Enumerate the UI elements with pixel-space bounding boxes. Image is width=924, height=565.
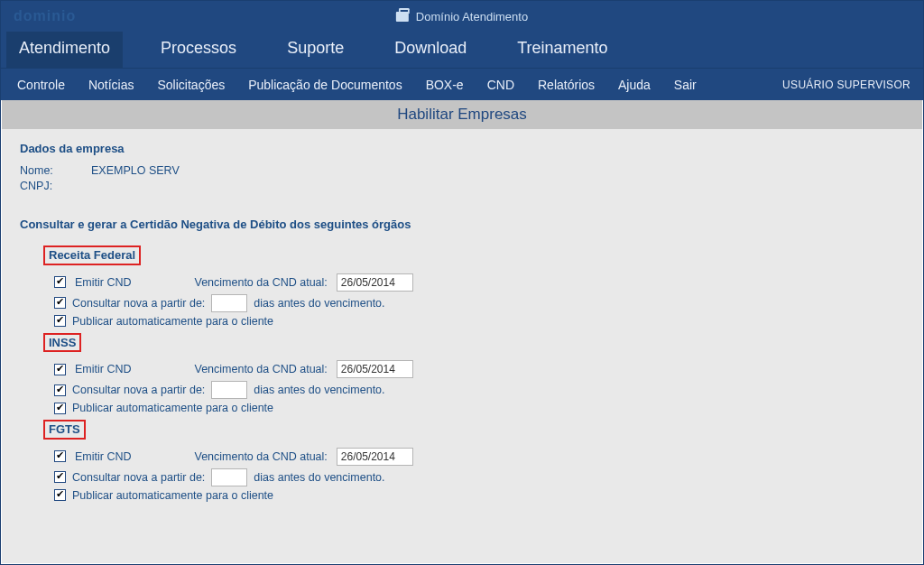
menu-bar: Controle Notícias Solicitações Publicaçã…	[1, 68, 923, 100]
fgts-publish-row: Publicar automaticamente para o cliente	[54, 489, 904, 502]
inss-emit-label: Emitir CND	[75, 363, 132, 375]
tab-treinamento[interactable]: Treinamento	[504, 32, 620, 68]
inss-venc-input[interactable]	[337, 360, 413, 378]
menu-controle[interactable]: Controle	[17, 78, 65, 92]
fgts-consult-checkbox[interactable]	[54, 471, 66, 483]
inss-consult-prefix: Consultar nova a partir de:	[72, 384, 205, 396]
fgts-consult-suffix: dias antes do vencimento.	[254, 471, 384, 484]
receita-emit-checkbox[interactable]	[54, 276, 66, 288]
fgts-publish-checkbox[interactable]	[54, 489, 66, 501]
window-title: Domínio Atendimento	[416, 10, 528, 23]
fgts-venc-label: Vencimento da CND atual:	[195, 450, 328, 463]
content-area: Dados da empresa Nome: EXEMPLO SERV CNPJ…	[2, 129, 922, 563]
org-block-fgts: FGTS Emitir CND Vencimento da CND atual:…	[43, 420, 904, 502]
tab-processos[interactable]: Processos	[148, 32, 249, 68]
receita-consult-row: Consultar nova a partir de: dias antes d…	[54, 294, 904, 312]
title-bar-center: Domínio Atendimento	[396, 10, 528, 23]
receita-venc-input[interactable]	[337, 273, 413, 292]
receita-publish-row: Publicar automaticamente para o cliente	[54, 315, 904, 328]
company-cnpj-label: CNPJ:	[20, 180, 69, 192]
fgts-emit-label: Emitir CND	[75, 450, 132, 463]
menu-noticias[interactable]: Notícias	[88, 78, 134, 92]
tab-download[interactable]: Download	[382, 32, 479, 68]
org-title-inss: INSS	[43, 333, 81, 353]
current-user-label: USUÁRIO SUPERVISOR	[782, 79, 910, 91]
menu-sair[interactable]: Sair	[674, 78, 697, 92]
fgts-emit-checkbox[interactable]	[54, 450, 66, 462]
inss-venc-label: Vencimento da CND atual:	[195, 363, 328, 375]
receita-days-input[interactable]	[211, 294, 247, 312]
receita-publish-label: Publicar automaticamente para o cliente	[72, 315, 273, 328]
receita-emit-row: Emitir CND Vencimento da CND atual:	[54, 273, 904, 292]
fgts-emit-row: Emitir CND Vencimento da CND atual:	[54, 448, 904, 466]
receita-consult-prefix: Consultar nova a partir de:	[72, 297, 205, 310]
menu-cnd[interactable]: CND	[487, 78, 514, 92]
menu-boxe[interactable]: BOX-e	[426, 78, 464, 92]
receita-consult-checkbox[interactable]	[54, 297, 66, 309]
menu-relatorios[interactable]: Relatórios	[538, 78, 595, 92]
org-title-fgts: FGTS	[43, 420, 86, 440]
company-name-row: Nome: EXEMPLO SERV	[20, 164, 904, 177]
instruction-text: Consultar e gerar a Certidão Negativa de…	[20, 218, 904, 231]
inss-emit-checkbox[interactable]	[54, 364, 66, 375]
primary-tabs: Atendimento Processos Suporte Download T…	[1, 32, 923, 68]
menu-bar-left: Controle Notícias Solicitações Publicaçã…	[17, 78, 697, 92]
company-name-label: Nome:	[20, 164, 69, 177]
content-scroll[interactable]: Habilitar Empresas Dados da empresa Nome…	[2, 100, 922, 563]
briefcase-icon	[396, 12, 409, 22]
brand-logo: dominio	[14, 8, 76, 24]
menu-solicitacoes[interactable]: Solicitações	[158, 78, 226, 92]
menu-ajuda[interactable]: Ajuda	[618, 78, 651, 92]
receita-venc-label: Vencimento da CND atual:	[195, 276, 328, 289]
inss-publish-row: Publicar automaticamente para o cliente	[54, 402, 904, 414]
receita-publish-checkbox[interactable]	[54, 315, 66, 327]
fgts-venc-input[interactable]	[337, 448, 413, 466]
company-section-title: Dados da empresa	[20, 142, 904, 155]
page-title: Habilitar Empresas	[2, 100, 922, 129]
fgts-consult-prefix: Consultar nova a partir de:	[72, 471, 205, 484]
org-block-receita: Receita Federal Emitir CND Vencimento da…	[43, 245, 904, 328]
receita-consult-suffix: dias antes do vencimento.	[254, 297, 384, 310]
company-cnpj-row: CNPJ:	[20, 180, 904, 192]
receita-emit-label: Emitir CND	[75, 276, 132, 289]
inss-publish-checkbox[interactable]	[54, 403, 66, 414]
org-title-receita: Receita Federal	[43, 245, 141, 265]
company-name-value: EXEMPLO SERV	[91, 164, 180, 177]
fgts-days-input[interactable]	[211, 468, 247, 486]
inss-consult-row: Consultar nova a partir de: dias antes d…	[54, 381, 904, 399]
fgts-publish-label: Publicar automaticamente para o cliente	[72, 489, 273, 502]
tab-suporte[interactable]: Suporte	[274, 32, 356, 68]
inss-days-input[interactable]	[211, 381, 247, 399]
title-bar: Domínio Atendimento dominio	[1, 1, 923, 32]
org-block-inss: INSS Emitir CND Vencimento da CND atual:…	[43, 333, 904, 415]
inss-consult-checkbox[interactable]	[54, 384, 66, 396]
tab-atendimento[interactable]: Atendimento	[6, 32, 123, 68]
inss-publish-label: Publicar automaticamente para o cliente	[72, 402, 273, 414]
app-window: Domínio Atendimento dominio Atendimento …	[0, 0, 924, 565]
inss-consult-suffix: dias antes do vencimento.	[254, 384, 384, 396]
menu-publicacao-documentos[interactable]: Publicação de Documentos	[248, 78, 402, 92]
fgts-consult-row: Consultar nova a partir de: dias antes d…	[54, 468, 904, 486]
inss-emit-row: Emitir CND Vencimento da CND atual:	[54, 360, 904, 378]
